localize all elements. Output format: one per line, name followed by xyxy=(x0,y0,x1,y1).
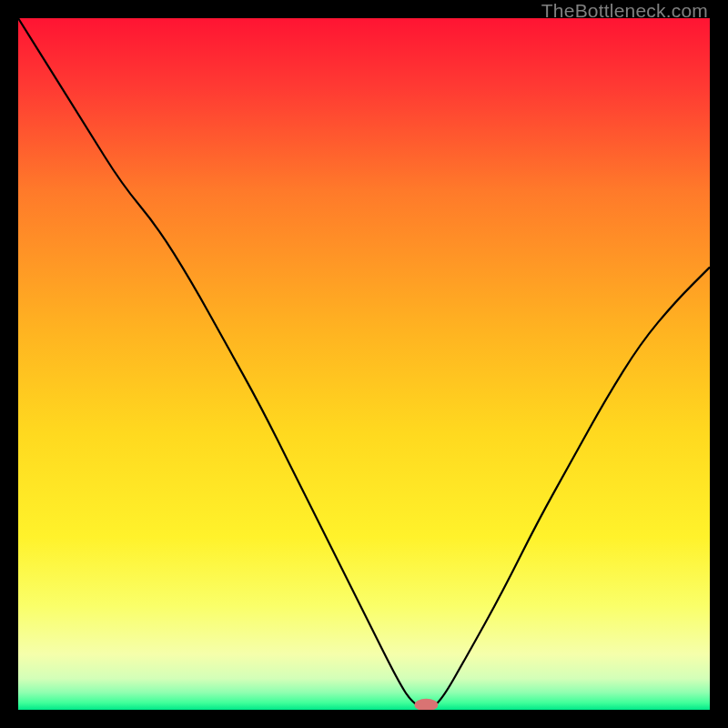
bottleneck-chart xyxy=(18,18,710,710)
chart-frame: TheBottleneck.com xyxy=(0,0,728,728)
gradient-background xyxy=(18,18,710,710)
plot-area xyxy=(18,18,710,710)
